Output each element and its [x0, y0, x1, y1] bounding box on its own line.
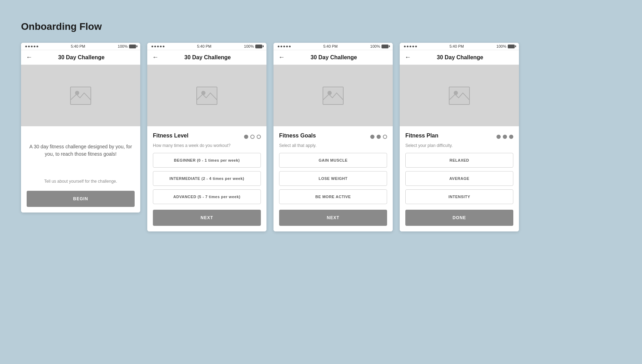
battery-icon-4 [508, 45, 515, 48]
progress-dot-filled-1 [370, 135, 374, 139]
dot3 [410, 46, 411, 47]
option-average[interactable]: AVERAGE [405, 171, 513, 186]
svg-rect-4 [323, 87, 343, 105]
time-3: 5:40 PM [323, 44, 338, 48]
dot5 [415, 46, 417, 47]
option-gain-muscle[interactable]: GAIN MUSCLE [279, 153, 387, 168]
dot5 [163, 46, 164, 47]
image-placeholder-icon-3 [323, 87, 344, 105]
signal-dots-1 [25, 46, 38, 47]
nav-title-3: 30 Day Challenge [288, 54, 379, 61]
option-intensity[interactable]: INTENSITY [405, 189, 513, 204]
section-header-4: Fitness Plan [405, 133, 513, 141]
battery-area-2: 100% [244, 44, 262, 48]
dot2 [407, 46, 408, 47]
status-bar-1: 5:40 PM 100% [21, 43, 140, 50]
progress-dot-filled-1 [496, 135, 501, 139]
dot5 [36, 46, 38, 47]
nav-bar-1: ← 30 Day Challenge [21, 50, 140, 65]
option-relaxed[interactable]: RELAXED [405, 153, 513, 168]
option-beginner[interactable]: BEGINNER (0 - 1 times per week) [153, 153, 261, 168]
battery-pct-4: 100% [496, 44, 506, 48]
dot5 [289, 46, 291, 47]
battery-area-1: 100% [118, 44, 136, 48]
dot3 [283, 46, 285, 47]
content-area-4: Fitness Plan Select your plan difficulty… [400, 126, 519, 231]
intro-sub-text: Tell us about yourself for the challenge… [27, 179, 135, 184]
screen-1: 5:40 PM 100% ← 30 Day Challenge A 30 day… [21, 43, 140, 213]
screen-2: 5:40 PM 100% ← 30 Day Challenge Fitness … [147, 43, 266, 231]
dot1 [151, 46, 153, 47]
section-header-3: Fitness Goals [279, 133, 387, 141]
status-bar-2: 5:40 PM 100% [147, 43, 266, 50]
progress-dots-4 [496, 135, 513, 139]
dot4 [286, 46, 288, 47]
hero-image-2 [147, 65, 266, 126]
section-subtitle-4: Select your plan difficulty. [405, 143, 513, 148]
nav-title-2: 30 Day Challenge [162, 54, 253, 61]
nav-title-1: 30 Day Challenge [36, 54, 127, 61]
battery-area-4: 100% [496, 44, 515, 48]
screen-3: 5:40 PM 100% ← 30 Day Challenge Fitness … [273, 43, 393, 231]
dot1 [404, 46, 406, 47]
screens-container: 5:40 PM 100% ← 30 Day Challenge A 30 day… [21, 43, 621, 231]
nav-title-4: 30 Day Challenge [414, 54, 506, 61]
next-button-3[interactable]: NEXT [279, 210, 387, 226]
battery-pct-2: 100% [244, 44, 254, 48]
battery-icon-1 [129, 45, 136, 48]
battery-icon-3 [381, 45, 388, 48]
status-bar-3: 5:40 PM 100% [273, 43, 393, 50]
dot4 [34, 46, 35, 47]
signal-dots-4 [404, 46, 417, 47]
done-button[interactable]: DONE [405, 210, 513, 226]
dot4 [160, 46, 162, 47]
content-area-1: A 30 day fitness challenge designed by y… [21, 126, 140, 213]
content-area-3: Fitness Goals Select all that apply. GAI… [273, 126, 393, 231]
hero-image-1 [21, 65, 140, 126]
section-title-4: Fitness Plan [405, 133, 438, 139]
progress-dot-filled-3 [509, 135, 513, 139]
hero-image-4 [400, 65, 519, 126]
back-button-1[interactable]: ← [26, 54, 32, 61]
back-button-2[interactable]: ← [152, 54, 158, 61]
time-2: 5:40 PM [197, 44, 211, 48]
dot3 [157, 46, 159, 47]
section-subtitle-2: How many times a week do you workout? [153, 143, 261, 148]
nav-bar-4: ← 30 Day Challenge [400, 50, 519, 65]
section-title-2: Fitness Level [153, 133, 188, 139]
dot4 [412, 46, 414, 47]
progress-dots-2 [244, 135, 261, 139]
option-lose-weight[interactable]: LOSE WEIGHT [279, 171, 387, 186]
progress-dot-empty-2 [257, 135, 261, 139]
svg-rect-0 [70, 87, 91, 105]
intro-main-text: A 30 day fitness challenge designed by y… [27, 143, 135, 158]
progress-dots-3 [370, 135, 387, 139]
back-button-3[interactable]: ← [278, 54, 285, 61]
image-placeholder-icon-2 [196, 87, 217, 105]
next-button-2[interactable]: NEXT [153, 210, 261, 226]
battery-pct-1: 100% [118, 44, 128, 48]
svg-rect-6 [449, 87, 469, 105]
progress-dot-filled-1 [244, 135, 248, 139]
dot1 [25, 46, 27, 47]
svg-point-5 [327, 91, 332, 95]
option-be-more-active[interactable]: BE MORE ACTIVE [279, 189, 387, 204]
svg-rect-2 [197, 87, 217, 105]
svg-point-3 [201, 91, 205, 95]
hero-image-3 [273, 65, 393, 126]
content-area-2: Fitness Level How many times a week do y… [147, 126, 266, 231]
battery-pct-3: 100% [370, 44, 380, 48]
begin-button[interactable]: BEGIN [27, 191, 135, 207]
page-title: Onboarding Flow [21, 21, 621, 32]
image-placeholder-icon-4 [449, 87, 470, 105]
section-header-2: Fitness Level [153, 133, 261, 141]
back-button-4[interactable]: ← [405, 54, 411, 61]
dot2 [281, 46, 282, 47]
progress-dot-empty-1 [250, 135, 255, 139]
dot3 [31, 46, 33, 47]
section-title-3: Fitness Goals [279, 133, 316, 139]
option-intermediate[interactable]: INTERMEDIATE (2 - 4 times per week) [153, 171, 261, 186]
signal-dots-2 [151, 46, 164, 47]
option-advanced[interactable]: ADVANCED (5 - 7 times per week) [153, 189, 261, 204]
dot1 [278, 46, 279, 47]
